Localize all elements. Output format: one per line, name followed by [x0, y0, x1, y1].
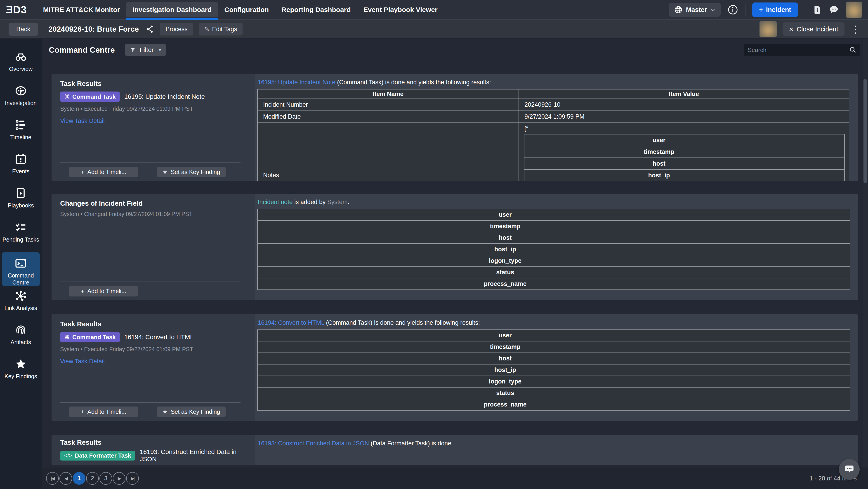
previous-page-button[interactable]: ◀ [59, 472, 72, 485]
table-row: logon_type [257, 376, 850, 387]
divider [805, 4, 805, 16]
back-button[interactable]: Back [8, 23, 38, 36]
terminal-icon [14, 257, 27, 270]
page-button-1[interactable]: 1 [73, 472, 86, 485]
divider [60, 282, 241, 282]
sidebar-item-artifacts[interactable]: Artifacts [2, 321, 40, 355]
task-title: 16194: Convert to HTML [124, 333, 194, 341]
column-header-item-value: Item Value [519, 89, 849, 99]
table-row: host_ip [257, 243, 850, 255]
change-summary: Incident note is added by System. [258, 199, 858, 206]
divider [60, 402, 241, 403]
task-link[interactable]: 16194: Convert to HTML [258, 319, 324, 326]
caret-down-icon: ▾ [159, 47, 161, 53]
view-task-detail-link[interactable]: View Task Detail [60, 118, 105, 125]
info-icon[interactable] [727, 4, 738, 15]
process-button[interactable]: Process [160, 23, 193, 35]
table-row: host_ip [257, 364, 850, 376]
task-meta: System • Executed Friday 09/27/2024 01:0… [60, 346, 255, 353]
add-incident-button[interactable]: + Incident [752, 2, 798, 17]
command-key-icon: ⌘ [64, 94, 70, 100]
edit-tags-button[interactable]: ✎ Edit Tags [199, 23, 243, 35]
result-table: user timestamp host host_ip logon_type s… [257, 329, 850, 411]
close-incident-button[interactable]: × Close Incident [782, 22, 844, 36]
card-type-label: Task Results [60, 320, 255, 328]
table-row: Modified Date 9/27/2024 1:09:59 PM [257, 111, 849, 123]
task-link[interactable]: 16193: Construct Enriched Data in JSON [258, 440, 369, 447]
network-icon [14, 289, 27, 302]
table-row: timestamp [257, 221, 850, 232]
star-icon: ★ [162, 408, 167, 415]
chevron-down-icon [710, 7, 716, 12]
view-task-detail-link[interactable]: View Task Detail [60, 358, 105, 365]
card-type-label: Task Results [60, 438, 255, 446]
nav-event-playbook-viewer[interactable]: Event Playbook Viewer [357, 0, 444, 20]
nav-mitre-attack-monitor[interactable]: MITRE ATT&CK Monitor [37, 0, 126, 20]
next-page-button[interactable]: ▶ [113, 472, 125, 485]
result-summary: 16194: Convert to HTML (Command Task) is… [258, 319, 858, 326]
playbook-icon [14, 187, 27, 200]
task-link[interactable]: 16195: Update Incident Note [258, 79, 336, 86]
last-page-button[interactable]: ▶| [126, 472, 139, 485]
divider [60, 162, 241, 163]
card-summary: Changes of Incident Field System • Chang… [52, 194, 255, 300]
notes-json-prefix: [" [524, 125, 849, 132]
left-sidebar: Overview Investigation [0, 39, 41, 489]
sidebar-item-link-analysis[interactable]: Link Analysis [2, 287, 40, 321]
first-page-button[interactable]: |◀ [46, 472, 59, 485]
search-icon[interactable] [849, 46, 857, 54]
avatar-image [846, 2, 862, 18]
add-to-timeline-button[interactable]: + Add to Timeli... [69, 286, 138, 296]
data-formatter-task-badge: </> Data Formatter Task [60, 451, 135, 460]
table-row: host_ip [524, 169, 844, 181]
page-button-3[interactable]: 3 [99, 472, 112, 485]
star-icon [14, 357, 27, 370]
filter-button[interactable]: Filter ▾ [125, 44, 166, 56]
chat-icon[interactable] [829, 4, 839, 15]
more-options-icon[interactable]: ⋮ [850, 24, 860, 35]
column-header-item-name: Item Name [257, 89, 519, 99]
notes-nested-table: user timestamp host host_ip [524, 134, 845, 181]
nav-investigation-dashboard[interactable]: Investigation Dashboard [126, 0, 218, 20]
nav-reporting-dashboard[interactable]: Reporting Dashboard [275, 0, 357, 20]
release-notes-icon[interactable] [812, 5, 822, 15]
add-to-timeline-button[interactable]: + Add to Timeli... [69, 167, 138, 177]
task-result-card-16193: Task Results </> Data Formatter Task 161… [52, 435, 858, 465]
page-button-2[interactable]: 2 [86, 472, 99, 485]
task-result-card-16194: Task Results ⌘ Command Task 16194: Conve… [52, 314, 858, 421]
nav-configuration[interactable]: Configuration [218, 0, 275, 20]
table-row-notes: Notes [" user timestamp host host_ip [257, 123, 849, 181]
set-key-finding-button[interactable]: ★ Set as Key Finding [157, 406, 225, 417]
target-icon [14, 84, 27, 97]
plus-icon: + [81, 408, 84, 415]
sidebar-item-playbooks[interactable]: Playbooks [2, 184, 40, 218]
incident-note-link[interactable]: Incident note [258, 199, 293, 205]
result-summary: 16195: Update Incident Note (Command Tas… [258, 79, 858, 86]
table-row: host [257, 353, 850, 364]
site-selector-master[interactable]: Master [669, 3, 721, 17]
command-key-icon: ⌘ [64, 334, 70, 340]
incident-owner-avatar[interactable] [760, 21, 777, 37]
page-scrollbar-thumb[interactable] [864, 79, 867, 183]
timeline-icon [14, 119, 27, 132]
result-summary: 16193: Construct Enriched Data in JSON (… [258, 440, 858, 447]
command-task-badge: ⌘ Command Task [60, 332, 120, 343]
task-title: 16195: Update Incident Note [124, 93, 205, 100]
support-chat-button[interactable] [839, 459, 860, 480]
sidebar-item-command-centre[interactable]: Command Centre [2, 252, 40, 286]
actor-label: System [327, 199, 348, 205]
sidebar-item-timeline[interactable]: Timeline [2, 116, 40, 150]
task-result-card-16195: Task Results ⌘ Command Task 16195: Updat… [52, 74, 858, 181]
user-avatar[interactable] [846, 2, 862, 18]
search-input[interactable] [748, 46, 849, 54]
set-key-finding-button[interactable]: ★ Set as Key Finding [157, 167, 225, 177]
share-icon[interactable] [145, 25, 154, 34]
sidebar-item-investigation[interactable]: Investigation [2, 82, 40, 116]
sidebar-item-pending-tasks[interactable]: Pending Tasks [2, 218, 40, 252]
main-content: Command Centre Filter ▾ [41, 39, 868, 489]
add-to-timeline-button[interactable]: + Add to Timeli... [69, 406, 138, 417]
sidebar-item-overview[interactable]: Overview [2, 47, 40, 82]
sidebar-item-key-findings[interactable]: Key Findings [2, 355, 40, 389]
table-row: logon_type [257, 255, 850, 267]
sidebar-item-events[interactable]: Events [2, 150, 40, 184]
